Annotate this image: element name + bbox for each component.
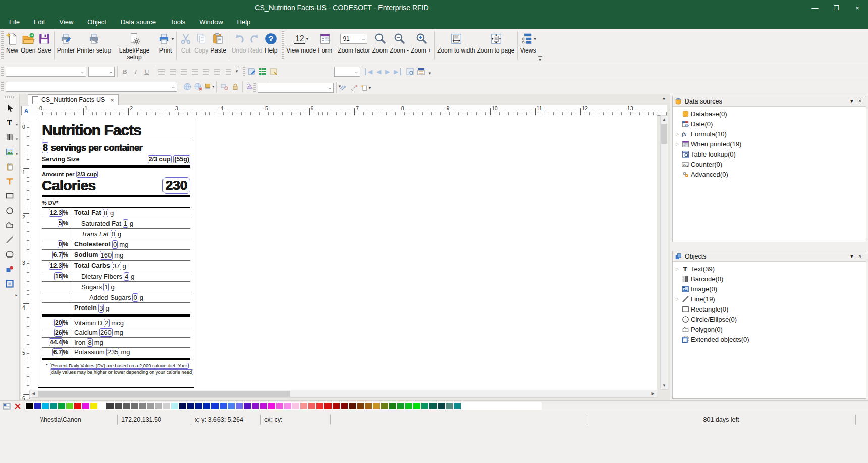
color-swatch[interactable] xyxy=(534,402,542,410)
value-field[interactable]: 2 xyxy=(104,319,110,327)
menu-item-help[interactable]: Help xyxy=(230,15,258,29)
color-swatch[interactable] xyxy=(381,402,389,410)
line-tool[interactable] xyxy=(1,232,18,247)
color-swatch[interactable] xyxy=(485,402,494,410)
color-swatch[interactable] xyxy=(49,402,58,410)
color-swatch[interactable] xyxy=(162,402,171,410)
value-field[interactable]: 4 xyxy=(124,272,129,281)
color-swatch[interactable] xyxy=(340,402,348,410)
menu-item-file[interactable]: File xyxy=(2,15,27,29)
vertical-scroll-thumb[interactable] xyxy=(661,124,667,144)
panel-menu-icon[interactable]: ▼ xyxy=(848,253,856,259)
toolbar-overflow-icon[interactable]: ▾ xyxy=(235,68,239,73)
color-swatch[interactable] xyxy=(316,402,324,410)
next-record-icon[interactable]: ▶ xyxy=(383,68,392,75)
horizontal-scrollbar[interactable]: ◀ ▶ xyxy=(29,390,657,398)
color-swatch[interactable] xyxy=(195,402,203,410)
vertical-scrollbar[interactable]: ▲ ▼ xyxy=(660,115,668,390)
tree-item-date-0-[interactable]: Date(0) xyxy=(673,119,866,129)
palette-settings-icon[interactable] xyxy=(2,402,11,410)
menu-item-data-source[interactable]: Data source xyxy=(114,15,163,29)
toolbar-grip[interactable] xyxy=(282,31,284,60)
font-family-select[interactable]: ⌄ xyxy=(6,67,86,77)
scroll-right-icon[interactable]: ▶ xyxy=(649,390,657,397)
text-tool[interactable]: T▾ xyxy=(1,115,18,130)
menu-item-view[interactable]: View xyxy=(52,15,80,29)
color-swatch[interactable] xyxy=(364,402,372,410)
tree-item-image-0-[interactable]: Image(0) xyxy=(673,284,866,294)
restore-icon[interactable]: ❐ xyxy=(826,0,847,15)
value-field[interactable]: 160 xyxy=(100,251,113,260)
color-swatch[interactable] xyxy=(526,402,534,410)
form-settings-icon[interactable] xyxy=(269,67,279,77)
document-tab[interactable]: CS_Nutrition Facts-US × xyxy=(28,94,119,105)
color-swatch[interactable] xyxy=(74,402,82,410)
rfid-tool[interactable] xyxy=(1,276,18,291)
color-swatch[interactable] xyxy=(114,402,122,410)
chevron-down-icon[interactable]: ▾ xyxy=(16,123,18,127)
chevron-down-icon[interactable]: ▾ xyxy=(16,137,18,141)
copy-button[interactable]: Copy xyxy=(193,30,209,62)
footnote-field-line2[interactable]: daily values may be higher or lower depe… xyxy=(50,369,194,375)
menu-item-object[interactable]: Object xyxy=(80,15,114,29)
rectangle-tool[interactable] xyxy=(1,188,18,203)
color-swatch[interactable] xyxy=(494,402,502,410)
tree-item-table-lookup-0-[interactable]: Table lookup(0) xyxy=(673,149,866,159)
save-button[interactable]: Save xyxy=(36,30,52,62)
panel-menu-icon[interactable]: ▼ xyxy=(848,98,856,104)
database-browser-icon[interactable] xyxy=(416,67,426,77)
tree-item-line-19-[interactable]: ▷Line(19) xyxy=(673,294,866,304)
help-button[interactable]: ? Help xyxy=(263,30,279,62)
polygon-tool[interactable] xyxy=(1,218,18,232)
paste-button[interactable]: Paste xyxy=(209,30,227,62)
data-source-select[interactable]: ⌄ xyxy=(258,83,334,93)
color-swatch[interactable] xyxy=(356,402,364,410)
zoom-factor-select[interactable]: 91⌄ xyxy=(340,34,367,44)
color-swatch[interactable] xyxy=(243,402,251,410)
percent-field[interactable]: 5 xyxy=(58,219,63,227)
menu-item-edit[interactable]: Edit xyxy=(27,15,52,29)
view-mode-dropdown-icon[interactable]: ▾ xyxy=(306,37,308,41)
object-color-icon[interactable]: ▾ xyxy=(204,82,214,92)
link-data-source-icon[interactable] xyxy=(339,83,349,93)
color-swatch[interactable] xyxy=(235,402,243,410)
views-button[interactable]: ▾ Views xyxy=(519,30,537,62)
zoom-to-width-button[interactable]: Zoom to width xyxy=(436,30,476,62)
color-swatch[interactable] xyxy=(259,402,267,410)
color-swatch[interactable] xyxy=(332,402,340,410)
tree-item-circle-ellipse-0-[interactable]: Circle/Ellipse(0) xyxy=(673,314,866,324)
color-swatch[interactable] xyxy=(227,402,235,410)
color-swatch[interactable] xyxy=(171,402,179,410)
tree-item-extended-objects-0-[interactable]: Extended objects(0) xyxy=(673,334,866,344)
zoom-to-page-button[interactable]: Zoom to page xyxy=(476,30,515,62)
scroll-up-icon[interactable]: ▲ xyxy=(661,116,668,123)
minimize-icon[interactable]: — xyxy=(804,0,826,15)
color-swatch[interactable] xyxy=(276,402,284,410)
color-swatch[interactable] xyxy=(405,402,413,410)
tab-close-icon[interactable]: × xyxy=(110,96,114,104)
zoom-out-button[interactable]: Zoom - xyxy=(389,30,410,62)
globe-icon[interactable] xyxy=(182,82,192,92)
value-field[interactable]: 0 xyxy=(111,230,116,238)
tree-item-advanced-0-[interactable]: Advanced(0) xyxy=(673,169,866,179)
percent-field[interactable]: 6.7 xyxy=(52,251,63,259)
new-button[interactable]: New xyxy=(5,30,20,62)
tree-item-when-printed-19-[interactable]: ▷When printed(19) xyxy=(673,139,866,149)
spreadsheet-icon[interactable] xyxy=(258,67,268,77)
open-button[interactable]: Open xyxy=(20,30,36,62)
color-swatch[interactable] xyxy=(82,402,90,410)
value-field[interactable]: 235 xyxy=(106,348,120,356)
color-swatch[interactable] xyxy=(187,402,195,410)
color-swatch[interactable] xyxy=(510,402,518,410)
panel-close-icon[interactable]: × xyxy=(856,253,864,259)
tree-item-text-39-[interactable]: ▷TText(39) xyxy=(673,264,866,274)
footnote-field-line1[interactable]: Percent Daily Values (DV) are based on a… xyxy=(50,363,189,369)
cut-button[interactable]: Cut xyxy=(178,30,193,62)
printer-setup-button[interactable]: Printer setup xyxy=(76,30,112,62)
color-swatch[interactable] xyxy=(461,402,469,410)
color-swatch[interactable] xyxy=(308,402,316,410)
color-swatch[interactable] xyxy=(518,402,526,410)
color-swatch[interactable] xyxy=(389,402,397,410)
color-swatch[interactable] xyxy=(66,402,74,410)
percent-field[interactable]: 26 xyxy=(54,329,63,337)
